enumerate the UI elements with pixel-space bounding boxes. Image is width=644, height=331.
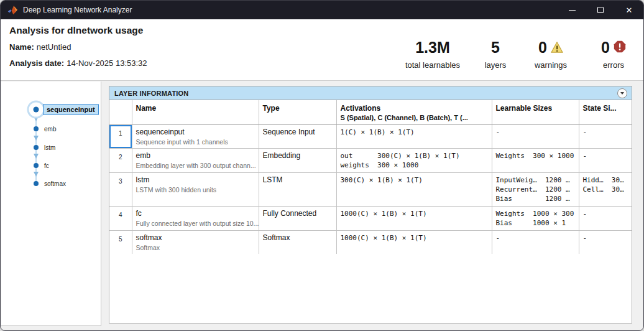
node-dot-sequenceinput[interactable]: [34, 107, 39, 113]
layer-information-header: LAYER INFORMATION: [109, 86, 632, 100]
layer-description: LSTM with 300 hidden units: [136, 186, 255, 193]
layer-type: Softmax: [259, 230, 336, 254]
table-header-row: Name Type Activations S (Spatial), C (Ch…: [109, 100, 632, 124]
maximize-button[interactable]: [586, 1, 615, 19]
node-dot-emb[interactable]: [34, 126, 39, 131]
titlebar: Deep Learning Network Analyzer ✕: [1, 1, 643, 19]
layer-name: sequenceinput: [136, 128, 255, 136]
layer-type: LSTM: [259, 172, 336, 206]
layer-activations: 1000(C) × 1(B) × 1(T): [336, 206, 492, 230]
name-label: Name:: [9, 42, 34, 52]
row-index[interactable]: 3: [109, 172, 132, 206]
network-name: Name:netUntied: [9, 42, 71, 52]
edge-arrow-icon: [34, 136, 39, 141]
panel-title: LAYER INFORMATION: [114, 90, 189, 97]
node-dot-softmax[interactable]: [34, 181, 39, 186]
layer-states: -: [579, 206, 632, 230]
analysis-date: Analysis date:14-Nov-2025 13:53:32: [9, 58, 147, 68]
layer-learnables: -: [492, 230, 579, 254]
row-index[interactable]: 5: [109, 230, 132, 254]
edge-arrow-icon: [34, 154, 39, 159]
row-index-selected[interactable]: 1: [109, 124, 132, 148]
layer-type: Sequence Input: [259, 124, 336, 148]
row-index[interactable]: 2: [109, 148, 132, 172]
layer-name: emb: [136, 151, 255, 160]
total-learnables-value: 1.3M: [385, 39, 481, 56]
layer-learnables: Weights 300 × 1000: [492, 148, 579, 172]
minimize-button[interactable]: [558, 1, 586, 19]
layer-table: Name Type Activations S (Spatial), C (Ch…: [109, 100, 632, 254]
error-icon: [614, 39, 626, 57]
stat-layers: 5 layers: [473, 39, 518, 70]
layer-states: -: [579, 230, 632, 254]
app-window: Deep Learning Network Analyzer ✕ Analysi…: [0, 0, 644, 331]
date-value: 14-Nov-2025 13:53:32: [67, 58, 147, 68]
table-row[interactable]: 3 lstm LSTM with 300 hidden units LSTM 3…: [109, 172, 632, 206]
layer-description: Softmax: [136, 244, 255, 251]
warnings-label: warnings: [518, 60, 583, 70]
analysis-header: Analysis for dlnetwork usage Name:netUnt…: [1, 19, 643, 81]
total-learnables-label: total learnables: [385, 60, 481, 70]
layer-learnables: InputWeig… 1200 … Recurrent… 1200 … Bias…: [492, 172, 579, 206]
layer-learnables: -: [492, 124, 579, 148]
layer-states: Hidd… 30… Cell… 30…: [579, 172, 632, 206]
table-row[interactable]: 4 fc Fully connected layer with output s…: [109, 206, 632, 230]
table-row[interactable]: 5 softmax Softmax Softmax 1000(C) × 1(B)…: [109, 230, 632, 254]
node-dot-lstm[interactable]: [34, 145, 39, 150]
stat-warnings: 0 warnings: [518, 39, 583, 70]
col-header-state-sizes: State Si...: [579, 100, 632, 124]
layer-states: -: [579, 148, 632, 172]
row-index[interactable]: 4: [109, 206, 132, 230]
errors-label: errors: [585, 60, 642, 70]
node-dot-fc[interactable]: [34, 163, 39, 168]
layer-activations: 1000(C) × 1(B) × 1(T): [336, 230, 492, 254]
layer-type: Fully Connected: [259, 206, 336, 230]
errors-value: 0: [601, 39, 610, 57]
layers-label: layers: [473, 60, 518, 70]
col-header-activations: Activations S (Spatial), C (Channel), B …: [336, 100, 492, 124]
layer-name: lstm: [136, 175, 255, 184]
layer-learnables: Weights 1000 × 300 Bias 1000 × 1: [492, 206, 579, 230]
col-header-index: [109, 100, 132, 124]
col-header-type: Type: [259, 100, 336, 124]
page-title: Analysis for dlnetwork usage: [9, 25, 143, 36]
matlab-logo-icon: [7, 6, 17, 15]
col-header-activations-subtitle: S (Spatial), C (Channel), B (Batch), T (…: [341, 114, 488, 121]
layer-type: Embedding: [259, 148, 336, 172]
col-header-learnable-sizes: Learnable Sizes: [492, 100, 579, 124]
window-controls: ✕: [558, 1, 643, 19]
layer-activations: out 300(C) × 1(B) × 1(T) weights 300 × 1…: [336, 148, 492, 172]
layer-name: fc: [136, 209, 255, 218]
stat-errors: 0 errors: [585, 39, 642, 70]
layer-activations: 300(C) × 1(B) × 1(T): [336, 172, 492, 206]
stat-total-learnables: 1.3M total learnables: [385, 39, 481, 70]
edge-arrow-icon: [34, 172, 39, 177]
table-row[interactable]: 2 emb Embedding layer with 300 output ch…: [109, 148, 632, 172]
layers-value: 5: [473, 39, 518, 56]
chevron-down-icon: [620, 92, 624, 95]
network-graph-panel: sequenceinput emb lstm fc softmax: [1, 82, 101, 326]
layer-states: -: [579, 124, 632, 148]
layer-description: Sequence input with 1 channels: [136, 138, 255, 146]
graph-node-emb[interactable]: emb: [44, 126, 56, 133]
graph-node-sequenceinput[interactable]: sequenceinput: [43, 105, 99, 115]
window-title: Deep Learning Network Analyzer: [23, 6, 132, 14]
layer-description: Embedding layer with 300 output chann...: [136, 162, 255, 169]
graph-node-lstm[interactable]: lstm: [44, 144, 55, 151]
warning-icon: [551, 39, 563, 57]
graph-node-softmax[interactable]: softmax: [44, 180, 66, 187]
table-row[interactable]: 1 sequenceinput Sequence input with 1 ch…: [109, 124, 632, 148]
maximize-icon: [597, 7, 604, 13]
layer-information-panel: LAYER INFORMATION Name Type Activations …: [109, 86, 632, 324]
graph-node-fc[interactable]: fc: [44, 162, 49, 169]
close-icon: ✕: [626, 6, 633, 14]
layer-activations: 1(C) × 1(B) × 1(T): [336, 124, 492, 148]
close-button[interactable]: ✕: [615, 1, 643, 19]
collapse-panel-button[interactable]: [617, 88, 627, 98]
layer-description: Fully connected layer with output size 1…: [136, 220, 255, 227]
minimize-icon: [569, 10, 576, 11]
warnings-value: 0: [538, 39, 547, 57]
col-header-name: Name: [132, 100, 259, 124]
layer-name: softmax: [136, 233, 255, 242]
date-label: Analysis date:: [9, 58, 64, 68]
